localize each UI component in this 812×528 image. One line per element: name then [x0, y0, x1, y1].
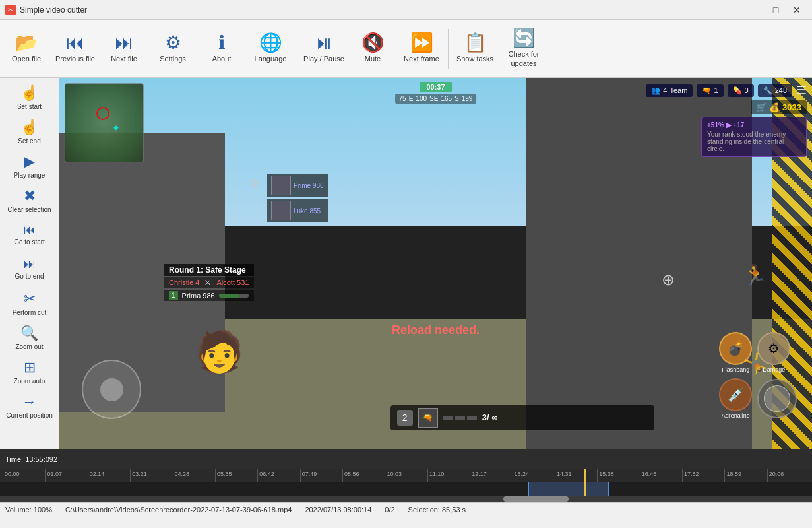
check-updates-icon: 🔄 — [513, 29, 536, 48]
play-range-icon: ▶ — [24, 153, 35, 170]
current-position-label: Current position — [6, 412, 53, 419]
play-pause-button[interactable]: ⏯ Play / Pause — [300, 22, 348, 75]
perform-cut-icon: ✂ — [24, 290, 36, 308]
show-tasks-label: Show tasks — [456, 55, 493, 63]
language-button[interactable]: 🌐 Language — [247, 22, 294, 75]
set-end-button[interactable]: ☝ Set end — [2, 115, 57, 148]
play-pause-icon: ⏯ — [315, 34, 333, 52]
set-start-label: Set start — [17, 103, 42, 110]
mark-9: 10:03 — [385, 469, 427, 482]
play-pause-label: Play / Pause — [303, 55, 344, 63]
settings-button[interactable]: ⚙ Settings — [149, 22, 197, 75]
previous-file-label: Previous file — [55, 55, 95, 63]
set-start-icon: ☝ — [20, 84, 38, 102]
about-icon: ℹ — [218, 34, 226, 52]
go-to-start-icon: ⏮ — [24, 223, 36, 237]
mark-8: 08:56 — [342, 469, 385, 482]
mark-5: 05:35 — [215, 469, 257, 482]
go-to-end-icon: ⏭ — [24, 257, 36, 271]
datetime-display: 2022/07/13 08:00:14 — [305, 506, 371, 513]
current-position-button[interactable]: → Current position — [2, 389, 57, 422]
mark-4: 04:28 — [173, 469, 215, 482]
window-controls: — □ ✕ — [745, 3, 807, 16]
mark-13: 14:31 — [555, 469, 597, 482]
app-icon: ✂ — [5, 5, 16, 15]
play-range-button[interactable]: ▶ Play range — [2, 149, 57, 182]
timeline-time-bar: Time: 13:55:092 — [0, 449, 812, 469]
mark-1: 01:07 — [45, 469, 87, 482]
next-frame-icon: ⏩ — [410, 34, 433, 52]
video-container[interactable]: ✦ 00:37 75E100SE165S199 — [59, 78, 812, 449]
mark-2: 02:14 — [88, 469, 130, 482]
titlebar: ✂ Simple video cutter — □ ✕ — [0, 0, 812, 20]
toolbar-separator-2 — [448, 29, 449, 69]
mark-7: 07:49 — [300, 469, 342, 482]
timeline-scrollbar[interactable] — [0, 496, 812, 502]
selection-region — [528, 482, 609, 496]
clear-selection-icon: ✖ — [24, 187, 36, 205]
filepath-display: C:\Users\andre\Videos\Screenrecorder-202… — [65, 506, 292, 513]
close-button[interactable]: ✕ — [787, 3, 807, 16]
timeline-ruler[interactable]: 00:00 01:07 02:14 03:21 04:28 05:35 06:4… — [0, 469, 812, 482]
toolbar-separator-1 — [297, 29, 297, 69]
timeline-track[interactable] — [0, 482, 812, 496]
mark-12: 13:24 — [513, 469, 555, 482]
clear-selection-button[interactable]: ✖ Clear selection — [2, 183, 57, 216]
settings-icon: ⚙ — [165, 34, 181, 52]
sidebar: ☝ Set start ☝ Set end ▶ Play range ✖ Cle… — [0, 78, 59, 449]
zoom-out-button[interactable]: 🔍 Zoom out — [2, 321, 57, 354]
next-file-button[interactable]: ⏭ Next file — [100, 22, 148, 75]
check-updates-label: Check for updates — [503, 50, 545, 67]
open-file-button[interactable]: 📂 Open file — [3, 22, 50, 75]
check-updates-button[interactable]: 🔄 Check for updates — [500, 22, 547, 75]
go-to-start-button[interactable]: ⏮ Go to start — [2, 218, 57, 251]
zoom-auto-label: Zoom auto — [14, 378, 46, 385]
show-tasks-icon: 📋 — [464, 34, 487, 52]
set-end-label: Set end — [18, 137, 40, 145]
game-building-left — [59, 133, 225, 412]
mark-16: 17:52 — [682, 469, 724, 482]
mark-0: 00:00 — [3, 469, 45, 482]
zoom-auto-button[interactable]: ⊞ Zoom auto — [2, 355, 57, 388]
zoom-out-label: Zoom out — [15, 343, 43, 350]
game-yellow-stripe — [772, 78, 812, 449]
set-start-button[interactable]: ☝ Set start — [2, 81, 57, 114]
next-frame-label: Next frame — [404, 55, 439, 63]
mute-button[interactable]: 🔇 Mute — [349, 22, 396, 75]
previous-file-icon: ⏮ — [66, 34, 84, 52]
selection-display: Selection: 85,53 s — [408, 506, 466, 513]
maximize-button[interactable]: □ — [766, 3, 786, 16]
game-building-right — [526, 78, 751, 449]
language-icon: 🌐 — [259, 34, 282, 52]
toolbar: 📂 Open file ⏮ Previous file ⏭ Next file … — [0, 20, 812, 78]
zoom-auto-icon: ⊞ — [24, 359, 36, 376]
language-label: Language — [255, 55, 287, 63]
timeline-marks-container: 00:00 01:07 02:14 03:21 04:28 05:35 06:4… — [0, 469, 812, 482]
play-range-label: Play range — [14, 172, 46, 179]
show-tasks-button[interactable]: 📋 Show tasks — [451, 22, 499, 75]
status-bar: Volume: 100% C:\Users\andre\Videos\Scree… — [0, 502, 812, 515]
previous-file-button[interactable]: ⏮ Previous file — [51, 22, 99, 75]
minimize-button[interactable]: — — [745, 3, 765, 16]
scrollbar-thumb[interactable] — [503, 496, 568, 502]
mark-18: 20:06 — [767, 469, 809, 482]
open-file-icon: 📂 — [15, 34, 38, 52]
volume-display: Volume: 100% — [5, 506, 52, 513]
mark-14: 15:38 — [597, 469, 639, 482]
settings-label: Settings — [160, 55, 186, 63]
next-frame-button[interactable]: ⏩ Next frame — [398, 22, 445, 75]
time-display: Time: 13:55:092 — [5, 455, 57, 463]
current-position-icon: → — [22, 393, 37, 411]
playhead — [584, 469, 586, 482]
go-to-start-label: Go to start — [14, 238, 45, 246]
mark-17: 18:59 — [724, 469, 766, 482]
about-button[interactable]: ℹ About — [198, 22, 245, 75]
about-label: About — [212, 55, 232, 63]
go-to-end-button[interactable]: ⏭ Go to end — [2, 252, 57, 285]
mute-label: Mute — [365, 55, 381, 63]
mark-6: 06:42 — [257, 469, 299, 482]
mark-15: 16:45 — [640, 469, 682, 482]
perform-cut-button[interactable]: ✂ Perform cut — [2, 286, 57, 319]
track-playhead — [584, 482, 586, 496]
zoom-out-icon: 🔍 — [20, 325, 38, 342]
